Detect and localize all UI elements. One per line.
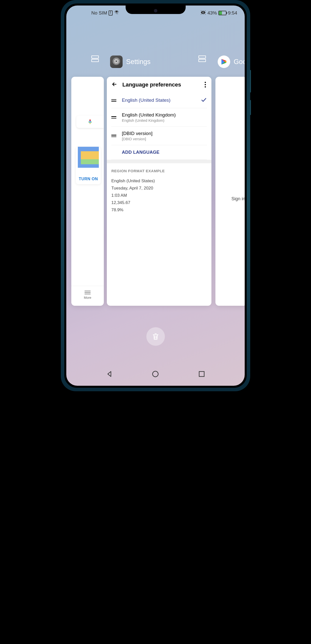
eye-comfort-icon bbox=[200, 10, 206, 16]
back-arrow-icon[interactable] bbox=[111, 81, 117, 88]
clear-all-button[interactable] bbox=[146, 327, 165, 346]
settings-app-label: Settings bbox=[126, 58, 151, 66]
svg-rect-7 bbox=[199, 59, 206, 62]
navigation-bar bbox=[66, 363, 245, 386]
recents-button[interactable] bbox=[198, 370, 205, 379]
svg-rect-1 bbox=[92, 56, 99, 58]
google-play-app-icon[interactable] bbox=[218, 56, 230, 68]
sign-in-text: Sign in to bbox=[231, 196, 245, 202]
svg-point-5 bbox=[116, 60, 117, 62]
back-button[interactable] bbox=[106, 370, 113, 379]
display-notch bbox=[126, 6, 186, 14]
check-icon bbox=[200, 96, 207, 104]
language-item[interactable]: English (United Kingdom) English (United… bbox=[111, 108, 207, 127]
battery-percent: 43% bbox=[207, 10, 217, 16]
language-name: English (United States) bbox=[122, 98, 195, 103]
split-screen-icon[interactable] bbox=[198, 56, 206, 62]
svg-text:↕: ↕ bbox=[117, 12, 118, 15]
region-format-example: English (United States) Tuesday, April 7… bbox=[111, 175, 207, 216]
turn-on-button[interactable]: TURN ON bbox=[76, 177, 101, 181]
drag-handle-icon[interactable] bbox=[111, 99, 116, 102]
svg-rect-6 bbox=[199, 56, 206, 58]
add-language-button[interactable]: ADD LANGUAGE bbox=[111, 145, 207, 160]
battery-icon bbox=[218, 11, 226, 15]
region-format-header: REGION FORMAT EXAMPLE bbox=[111, 163, 207, 175]
widget-preview-image bbox=[78, 147, 99, 168]
more-options-icon[interactable] bbox=[204, 81, 207, 88]
more-button[interactable]: More bbox=[71, 286, 104, 306]
language-name: English (United Kingdom) bbox=[122, 112, 207, 118]
sim-alert-icon bbox=[109, 10, 113, 16]
svg-point-8 bbox=[153, 371, 158, 377]
settings-app-icon[interactable] bbox=[110, 56, 123, 68]
recents-overview[interactable]: Settings Goo bbox=[66, 56, 245, 356]
google-play-app-label: Goo bbox=[234, 58, 245, 66]
split-screen-icon[interactable] bbox=[91, 56, 99, 62]
voice-search-button[interactable] bbox=[76, 116, 104, 128]
home-button[interactable] bbox=[152, 370, 159, 379]
language-native-name: English (United Kingdom) bbox=[122, 118, 207, 122]
language-item[interactable]: [DBID version] [DBID version] bbox=[111, 127, 207, 145]
wifi-icon: ↕ bbox=[114, 10, 119, 16]
svg-rect-2 bbox=[92, 59, 99, 62]
phone-screen: No SIM ↕ 43% 9:54 bbox=[66, 6, 245, 386]
clock-time: 9:54 bbox=[228, 10, 237, 16]
drag-handle-icon[interactable] bbox=[111, 135, 116, 137]
recents-card-settings[interactable]: Language preferences English (United Sta… bbox=[107, 77, 211, 306]
language-item[interactable]: English (United States) bbox=[111, 92, 207, 108]
svg-rect-9 bbox=[199, 372, 204, 376]
language-native-name: [DBID version] bbox=[122, 137, 207, 141]
no-sim-label: No SIM bbox=[91, 10, 107, 16]
hamburger-icon bbox=[85, 292, 91, 293]
recents-card-google[interactable]: TURN ON More bbox=[71, 77, 104, 306]
language-name: [DBID version] bbox=[122, 131, 207, 136]
recents-card-google-play[interactable]: Sign in to bbox=[215, 77, 245, 306]
section-divider bbox=[107, 160, 211, 163]
more-label: More bbox=[84, 296, 91, 300]
google-feed-widget[interactable]: TURN ON bbox=[76, 147, 101, 184]
drag-handle-icon[interactable] bbox=[111, 116, 116, 118]
page-title: Language preferences bbox=[122, 82, 199, 88]
